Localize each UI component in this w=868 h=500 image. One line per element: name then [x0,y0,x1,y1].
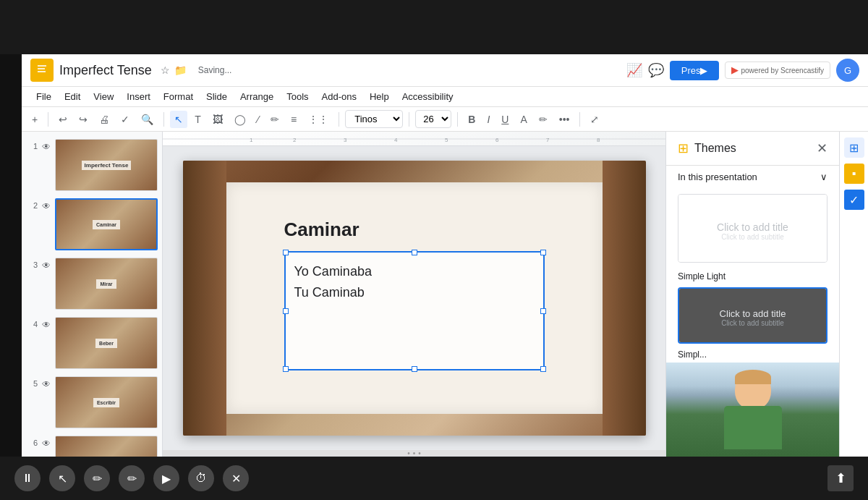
align-tool[interactable]: ≡ [286,111,301,128]
underline-button[interactable]: U [497,111,513,128]
separator6 [579,112,580,127]
book-page: Caminar [226,182,603,414]
simple-light-title: Click to add title [717,221,788,233]
handle-top-right[interactable] [540,250,546,255]
cursor-button[interactable]: ↖ [49,465,75,491]
bold-button[interactable]: B [464,111,480,128]
more-button[interactable]: ••• [555,111,574,128]
present-button[interactable]: Pres▶ [670,61,720,80]
text-line-2: Tu Caminab [294,282,535,303]
slides-logo [30,59,54,82]
sidebar-blue-check-icon[interactable]: ✓ [844,190,864,210]
book-spine-right [603,161,646,436]
font-selector[interactable]: Tinos [345,110,403,128]
print-button[interactable]: 🖨 [95,111,114,128]
ruler-svg: 1 2 3 4 5 6 7 8 [163,132,665,146]
text-box[interactable]: Yo Caminaba Tu Caminab [284,251,545,370]
menu-tools[interactable]: Tools [281,88,314,105]
slide-thumbnail-4[interactable]: Beber [55,317,158,369]
sidebar-yellow-icon[interactable]: ▪ [844,164,864,184]
line-tool[interactable]: ∕ [253,111,263,128]
italic-button[interactable]: I [482,111,494,128]
separator3 [339,112,339,127]
handle-mid-left[interactable] [283,308,289,314]
pause-button[interactable]: ⏸ [14,465,41,491]
close-button[interactable]: ✕ [223,465,249,491]
handle-bot-left[interactable] [283,366,289,372]
upload-button[interactable]: ⬆ [827,465,854,491]
slide-thumbnail-2[interactable]: Caminar [55,198,158,250]
themes-icon: ⊞ [678,140,689,156]
sidebar-themes-icon[interactable]: ⊞ [844,137,864,158]
handle-top-center[interactable] [412,250,417,255]
shape-tool[interactable]: ◯ [230,111,250,128]
expand-button[interactable]: ⤢ [586,111,603,128]
slide-thumb-content-2: Caminar [56,200,156,249]
menu-addons[interactable]: Add-ons [316,88,362,105]
pen-tool[interactable]: ✏ [266,111,284,128]
highlighter-button[interactable]: ✏ [119,465,145,491]
slide-thumbnail-5[interactable]: Escribir [55,376,158,428]
undo-button[interactable]: ↩ [54,111,72,128]
font-size-selector[interactable]: 26 [415,110,451,128]
font-color-button[interactable]: A [516,111,531,128]
handle-bot-center[interactable] [412,366,417,372]
title-bar: Imperfect Tense ☆ 📁 Saving... 📈 💬 Pres▶ … [22,54,868,87]
menu-view[interactable]: View [88,88,119,105]
text-tool[interactable]: T [190,111,205,128]
handle-mid-right[interactable] [540,308,546,314]
present-label: Pres▶ [681,65,708,76]
folder-icon[interactable]: 📁 [174,64,187,76]
slide-item-5[interactable]: 5 👁 Escribir [25,375,159,430]
themes-close-button[interactable]: ✕ [817,140,827,156]
simple-light-label: Simple Light [666,268,839,284]
person-hair [735,370,771,384]
menu-edit[interactable]: Edit [59,88,86,105]
menu-format[interactable]: Format [158,88,199,105]
redo-button[interactable]: ↪ [75,111,92,128]
menu-file[interactable]: File [30,88,57,105]
main-content: 1 👁 Imperfect Tense 2 👁 Caminar [22,132,868,457]
scrollbar-horizontal[interactable]: • • • [163,450,665,456]
add-button[interactable]: + [27,111,42,128]
highlight-button[interactable]: ✏ [535,111,552,128]
timer-button[interactable]: ⏱ [188,465,214,491]
activity-icon[interactable]: 📈 [626,62,642,78]
columns-tool[interactable]: ⋮⋮ [304,111,333,128]
themes-section[interactable]: In this presentation ∨ [666,166,839,188]
star-icon[interactable]: ☆ [161,64,170,76]
slide-thumbnail-6[interactable] [55,436,158,457]
right-sidebar: ⊞ ▪ ✓ [839,132,868,457]
slide-number-2: 2 [26,201,38,210]
menu-arrange[interactable]: Arrange [234,88,279,105]
account-avatar[interactable]: G [836,59,859,82]
comment-icon[interactable]: 💬 [648,62,664,78]
theme-preview-dark[interactable]: Click to add title Click to add subtitle [678,287,827,344]
close-icon: ✕ [231,472,241,486]
slide-item-2[interactable]: 2 👁 Caminar [25,197,159,252]
themes-header: ⊞ Themes ✕ [666,132,839,166]
slide-item-3[interactable]: 3 👁 Mirar [25,256,159,311]
slide-item-6[interactable]: 6 👁 [25,434,159,457]
image-tool[interactable]: 🖼 [208,111,227,128]
video-button[interactable]: ▶ [153,465,179,491]
timer-icon: ⏱ [195,472,207,485]
slide-item-4[interactable]: 4 👁 Beber [25,315,159,370]
svg-text:1: 1 [250,137,253,143]
handle-bot-right[interactable] [540,366,546,372]
menu-help[interactable]: Help [364,88,395,105]
slide-canvas[interactable]: Caminar [183,161,646,436]
cursor-tool[interactable]: ↖ [170,111,187,128]
spellcheck-button[interactable]: ✓ [116,111,134,128]
slide-thumbnail-1[interactable]: Imperfect Tense [55,139,158,191]
slide-item-1[interactable]: 1 👁 Imperfect Tense [25,137,159,192]
menu-accessibility[interactable]: Accessibility [396,88,459,105]
theme-preview-simple-light[interactable]: Click to add title Click to add subtitle [678,194,827,263]
menu-slide[interactable]: Slide [200,88,233,105]
zoom-button[interactable]: 🔍 [137,111,158,128]
pen-button[interactable]: ✏ [84,465,110,491]
handle-top-left[interactable] [283,250,289,255]
menu-insert[interactable]: Insert [121,88,156,105]
menu-bar: File Edit View Insert Format Slide Arran… [22,87,868,107]
slide-thumbnail-3[interactable]: Mirar [55,258,158,310]
